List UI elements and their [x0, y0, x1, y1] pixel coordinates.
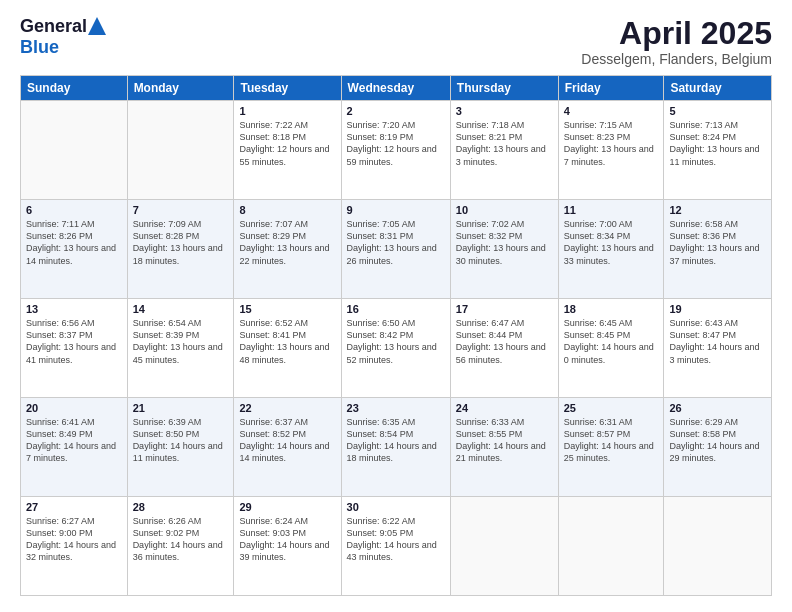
calendar-cell: 10Sunrise: 7:02 AM Sunset: 8:32 PM Dayli…: [450, 200, 558, 299]
day-number: 3: [456, 105, 553, 117]
calendar-cell: 7Sunrise: 7:09 AM Sunset: 8:28 PM Daylig…: [127, 200, 234, 299]
calendar-cell: 21Sunrise: 6:39 AM Sunset: 8:50 PM Dayli…: [127, 398, 234, 497]
day-info: Sunrise: 7:00 AM Sunset: 8:34 PM Dayligh…: [564, 218, 659, 267]
calendar-cell: 4Sunrise: 7:15 AM Sunset: 8:23 PM Daylig…: [558, 101, 664, 200]
header-wednesday: Wednesday: [341, 76, 450, 101]
calendar-cell: 13Sunrise: 6:56 AM Sunset: 8:37 PM Dayli…: [21, 299, 128, 398]
day-info: Sunrise: 6:22 AM Sunset: 9:05 PM Dayligh…: [347, 515, 445, 564]
day-info: Sunrise: 7:02 AM Sunset: 8:32 PM Dayligh…: [456, 218, 553, 267]
header-saturday: Saturday: [664, 76, 772, 101]
day-number: 12: [669, 204, 766, 216]
logo-icon: [88, 17, 106, 35]
day-number: 27: [26, 501, 122, 513]
day-info: Sunrise: 7:07 AM Sunset: 8:29 PM Dayligh…: [239, 218, 335, 267]
day-number: 17: [456, 303, 553, 315]
day-number: 29: [239, 501, 335, 513]
calendar-cell: 6Sunrise: 7:11 AM Sunset: 8:26 PM Daylig…: [21, 200, 128, 299]
day-info: Sunrise: 6:58 AM Sunset: 8:36 PM Dayligh…: [669, 218, 766, 267]
day-info: Sunrise: 6:45 AM Sunset: 8:45 PM Dayligh…: [564, 317, 659, 366]
calendar-cell: [450, 497, 558, 596]
day-number: 14: [133, 303, 229, 315]
calendar-cell: 5Sunrise: 7:13 AM Sunset: 8:24 PM Daylig…: [664, 101, 772, 200]
logo-general-text: General: [20, 16, 87, 37]
day-info: Sunrise: 6:29 AM Sunset: 8:58 PM Dayligh…: [669, 416, 766, 465]
day-info: Sunrise: 6:27 AM Sunset: 9:00 PM Dayligh…: [26, 515, 122, 564]
month-year-title: April 2025: [581, 16, 772, 51]
calendar-cell: 1Sunrise: 7:22 AM Sunset: 8:18 PM Daylig…: [234, 101, 341, 200]
calendar-cell: 17Sunrise: 6:47 AM Sunset: 8:44 PM Dayli…: [450, 299, 558, 398]
day-info: Sunrise: 7:22 AM Sunset: 8:18 PM Dayligh…: [239, 119, 335, 168]
day-info: Sunrise: 7:13 AM Sunset: 8:24 PM Dayligh…: [669, 119, 766, 168]
day-info: Sunrise: 6:41 AM Sunset: 8:49 PM Dayligh…: [26, 416, 122, 465]
day-info: Sunrise: 6:24 AM Sunset: 9:03 PM Dayligh…: [239, 515, 335, 564]
calendar-cell: 26Sunrise: 6:29 AM Sunset: 8:58 PM Dayli…: [664, 398, 772, 497]
day-number: 11: [564, 204, 659, 216]
calendar-row-3: 13Sunrise: 6:56 AM Sunset: 8:37 PM Dayli…: [21, 299, 772, 398]
day-info: Sunrise: 7:18 AM Sunset: 8:21 PM Dayligh…: [456, 119, 553, 168]
calendar-cell: 8Sunrise: 7:07 AM Sunset: 8:29 PM Daylig…: [234, 200, 341, 299]
day-info: Sunrise: 6:26 AM Sunset: 9:02 PM Dayligh…: [133, 515, 229, 564]
calendar-cell: 20Sunrise: 6:41 AM Sunset: 8:49 PM Dayli…: [21, 398, 128, 497]
day-info: Sunrise: 7:20 AM Sunset: 8:19 PM Dayligh…: [347, 119, 445, 168]
day-info: Sunrise: 7:15 AM Sunset: 8:23 PM Dayligh…: [564, 119, 659, 168]
calendar-row-1: 1Sunrise: 7:22 AM Sunset: 8:18 PM Daylig…: [21, 101, 772, 200]
day-number: 2: [347, 105, 445, 117]
calendar-cell: 27Sunrise: 6:27 AM Sunset: 9:00 PM Dayli…: [21, 497, 128, 596]
calendar-cell: 24Sunrise: 6:33 AM Sunset: 8:55 PM Dayli…: [450, 398, 558, 497]
day-info: Sunrise: 6:56 AM Sunset: 8:37 PM Dayligh…: [26, 317, 122, 366]
day-number: 7: [133, 204, 229, 216]
calendar-row-5: 27Sunrise: 6:27 AM Sunset: 9:00 PM Dayli…: [21, 497, 772, 596]
day-info: Sunrise: 6:47 AM Sunset: 8:44 PM Dayligh…: [456, 317, 553, 366]
header: General Blue April 2025 Desselgem, Fland…: [20, 16, 772, 67]
day-number: 25: [564, 402, 659, 414]
day-info: Sunrise: 6:33 AM Sunset: 8:55 PM Dayligh…: [456, 416, 553, 465]
calendar-cell: 30Sunrise: 6:22 AM Sunset: 9:05 PM Dayli…: [341, 497, 450, 596]
calendar-cell: 16Sunrise: 6:50 AM Sunset: 8:42 PM Dayli…: [341, 299, 450, 398]
day-info: Sunrise: 6:50 AM Sunset: 8:42 PM Dayligh…: [347, 317, 445, 366]
day-number: 28: [133, 501, 229, 513]
header-monday: Monday: [127, 76, 234, 101]
calendar-cell: 9Sunrise: 7:05 AM Sunset: 8:31 PM Daylig…: [341, 200, 450, 299]
calendar-cell: 28Sunrise: 6:26 AM Sunset: 9:02 PM Dayli…: [127, 497, 234, 596]
calendar-cell: [664, 497, 772, 596]
title-block: April 2025 Desselgem, Flanders, Belgium: [581, 16, 772, 67]
header-friday: Friday: [558, 76, 664, 101]
calendar-cell: 15Sunrise: 6:52 AM Sunset: 8:41 PM Dayli…: [234, 299, 341, 398]
logo-blue-text: Blue: [20, 37, 59, 57]
header-thursday: Thursday: [450, 76, 558, 101]
day-number: 13: [26, 303, 122, 315]
day-info: Sunrise: 6:39 AM Sunset: 8:50 PM Dayligh…: [133, 416, 229, 465]
day-number: 5: [669, 105, 766, 117]
day-info: Sunrise: 6:31 AM Sunset: 8:57 PM Dayligh…: [564, 416, 659, 465]
day-number: 21: [133, 402, 229, 414]
weekday-header-row: Sunday Monday Tuesday Wednesday Thursday…: [21, 76, 772, 101]
header-sunday: Sunday: [21, 76, 128, 101]
day-info: Sunrise: 6:35 AM Sunset: 8:54 PM Dayligh…: [347, 416, 445, 465]
calendar-cell: 29Sunrise: 6:24 AM Sunset: 9:03 PM Dayli…: [234, 497, 341, 596]
day-number: 24: [456, 402, 553, 414]
day-number: 1: [239, 105, 335, 117]
day-number: 8: [239, 204, 335, 216]
calendar-cell: [21, 101, 128, 200]
calendar-cell: [127, 101, 234, 200]
day-info: Sunrise: 7:09 AM Sunset: 8:28 PM Dayligh…: [133, 218, 229, 267]
day-number: 19: [669, 303, 766, 315]
calendar-cell: 3Sunrise: 7:18 AM Sunset: 8:21 PM Daylig…: [450, 101, 558, 200]
svg-marker-0: [88, 17, 106, 35]
calendar-cell: 12Sunrise: 6:58 AM Sunset: 8:36 PM Dayli…: [664, 200, 772, 299]
day-info: Sunrise: 7:05 AM Sunset: 8:31 PM Dayligh…: [347, 218, 445, 267]
calendar-row-4: 20Sunrise: 6:41 AM Sunset: 8:49 PM Dayli…: [21, 398, 772, 497]
calendar-table: Sunday Monday Tuesday Wednesday Thursday…: [20, 75, 772, 596]
calendar-cell: 18Sunrise: 6:45 AM Sunset: 8:45 PM Dayli…: [558, 299, 664, 398]
calendar-cell: 19Sunrise: 6:43 AM Sunset: 8:47 PM Dayli…: [664, 299, 772, 398]
calendar-cell: 14Sunrise: 6:54 AM Sunset: 8:39 PM Dayli…: [127, 299, 234, 398]
day-number: 22: [239, 402, 335, 414]
day-number: 6: [26, 204, 122, 216]
day-info: Sunrise: 6:52 AM Sunset: 8:41 PM Dayligh…: [239, 317, 335, 366]
day-number: 18: [564, 303, 659, 315]
location-subtitle: Desselgem, Flanders, Belgium: [581, 51, 772, 67]
day-number: 9: [347, 204, 445, 216]
page: General Blue April 2025 Desselgem, Fland…: [0, 0, 792, 612]
calendar-row-2: 6Sunrise: 7:11 AM Sunset: 8:26 PM Daylig…: [21, 200, 772, 299]
day-number: 10: [456, 204, 553, 216]
